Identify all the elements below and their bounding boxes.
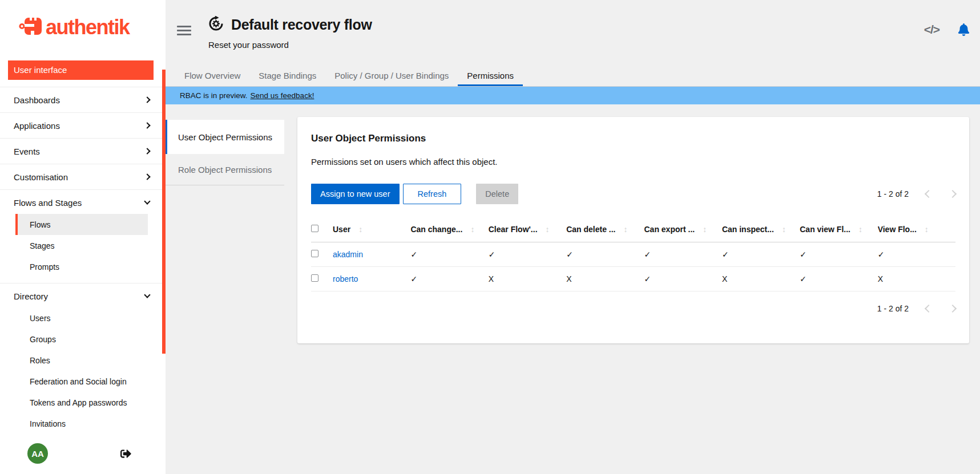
sidebar-item-flows-and-stages[interactable]: Flows and Stages — [0, 191, 166, 214]
sidebar-item-invitations[interactable]: Invitations — [15, 413, 148, 434]
sidebar-item-directory[interactable]: Directory — [0, 285, 166, 307]
column-header-clear-flow-cache[interactable]: Clear Flow'...↕ — [489, 221, 566, 242]
user-interface-button[interactable]: User interface — [8, 60, 154, 80]
user-object-permissions-card: User Object Permissions Permissions set … — [297, 117, 969, 343]
sort-icon[interactable]: ↕ — [858, 225, 862, 234]
column-label: Can view Fl... — [800, 225, 850, 234]
sidebar-item-federation-and-social-login[interactable]: Federation and Social login — [15, 371, 148, 392]
tab-stage-bindings[interactable]: Stage Bindings — [249, 67, 325, 86]
process-automation-icon — [208, 16, 224, 34]
avatar[interactable]: AA — [27, 443, 48, 464]
pagination-label: 1 - 2 of 2 — [877, 304, 909, 313]
tab-label: Flow Overview — [184, 71, 240, 80]
user-interface-label: User interface — [14, 65, 67, 75]
select-all-checkbox[interactable] — [311, 225, 318, 232]
tab-policy-group-user-bindings[interactable]: Policy / Group / User Bindings — [325, 67, 458, 86]
permission-value: ✓ — [878, 242, 955, 267]
notifications-bell-icon[interactable] — [958, 23, 970, 36]
chevron-right-icon — [144, 148, 150, 154]
masthead: Default recovery flow Reset your passwor… — [166, 0, 980, 67]
column-header-can-view[interactable]: Can view Fl...↕ — [800, 221, 877, 242]
assign-to-new-user-button[interactable]: Assign to new user — [311, 184, 400, 204]
sidebar-item-dashboards[interactable]: Dashboards — [0, 88, 166, 111]
api-code-icon[interactable]: </> — [924, 23, 939, 37]
sidebar-subitem-label: Invitations — [30, 419, 66, 428]
sidebar-item-applications[interactable]: Applications — [0, 114, 166, 137]
sort-icon[interactable]: ↕ — [782, 225, 786, 234]
sort-icon[interactable]: ↕ — [703, 225, 707, 234]
sort-icon[interactable]: ↕ — [925, 225, 929, 234]
sidebar-item-groups[interactable]: Groups — [15, 329, 148, 350]
tab-label: Stage Bindings — [259, 71, 316, 80]
permission-value: ✓ — [722, 242, 800, 267]
sidebar-item-stages[interactable]: Stages — [15, 235, 148, 256]
table-header-row: User↕ Can change...↕ Clear Flow'...↕ Can… — [311, 221, 955, 242]
column-label: Can inspect... — [722, 225, 774, 234]
sort-icon[interactable]: ↕ — [546, 225, 550, 234]
permission-value: X — [878, 267, 955, 291]
sidebar-item-tokens-and-app-passwords[interactable]: Tokens and App passwords — [15, 392, 148, 413]
permission-value: ✓ — [800, 267, 877, 291]
sidebar-item-flows[interactable]: Flows — [15, 214, 148, 235]
sidebar-item-prompts[interactable]: Prompts — [15, 256, 148, 277]
sidebar-item-label: Dashboards — [14, 95, 60, 105]
column-header-can-export[interactable]: Can export ...↕ — [644, 221, 722, 242]
user-link[interactable]: akadmin — [333, 250, 363, 259]
chevron-right-icon — [144, 96, 150, 103]
page-subtitle: Reset your password — [208, 40, 372, 50]
column-header-can-inspect[interactable]: Can inspect...↕ — [722, 221, 800, 242]
sort-icon[interactable]: ↕ — [358, 225, 362, 234]
permissions-table: User↕ Can change...↕ Clear Flow'...↕ Can… — [311, 221, 955, 291]
next-page-icon[interactable] — [949, 190, 957, 198]
sidebar-item-events[interactable]: Events — [0, 140, 166, 163]
column-header-can-delete[interactable]: Can delete ...↕ — [566, 221, 644, 242]
card-description: Permissions set on users which affect th… — [311, 157, 955, 167]
permission-value: ✓ — [410, 267, 488, 291]
permission-value: ✓ — [800, 242, 877, 267]
tab-label: Policy / Group / User Bindings — [334, 71, 449, 80]
column-header-view-flow[interactable]: View Flo...↕ — [878, 221, 955, 242]
column-header-user[interactable]: User↕ — [333, 221, 410, 242]
feedback-link[interactable]: Send us feedback! — [251, 91, 314, 100]
permission-value: X — [722, 267, 800, 291]
next-page-icon[interactable] — [949, 305, 957, 313]
pagination-top: 1 - 2 of 2 — [877, 189, 955, 198]
sort-icon[interactable]: ↕ — [623, 225, 627, 234]
page-title: Default recovery flow — [231, 17, 372, 33]
banner-text: RBAC is in preview. — [180, 91, 248, 100]
permission-value: ✓ — [410, 242, 488, 267]
delete-button[interactable]: Delete — [476, 184, 518, 204]
tab-user-object-permissions[interactable]: User Object Permissions — [166, 120, 284, 154]
rbac-preview-banner: RBAC is in preview. Send us feedback! — [166, 87, 980, 104]
column-label: Clear Flow'... — [489, 225, 538, 234]
sort-icon[interactable]: ↕ — [470, 225, 474, 234]
sidebar-item-customisation[interactable]: Customisation — [0, 165, 166, 188]
sidebar-item-roles[interactable]: Roles — [15, 350, 148, 371]
previous-page-icon[interactable] — [925, 190, 933, 198]
previous-page-icon[interactable] — [925, 305, 933, 313]
flow-tabs: Flow Overview Stage Bindings Policy / Gr… — [166, 67, 980, 87]
row-checkbox[interactable] — [311, 250, 318, 257]
chevron-down-icon — [144, 198, 150, 204]
permission-value: X — [566, 267, 644, 291]
avatar-initials: AA — [31, 449, 44, 459]
row-checkbox[interactable] — [311, 274, 318, 282]
refresh-button[interactable]: Refresh — [403, 184, 462, 204]
sidebar-item-users[interactable]: Users — [15, 307, 148, 329]
permission-value: ✓ — [489, 242, 566, 267]
sign-out-icon[interactable] — [120, 448, 131, 459]
sidebar-item-label: Events — [14, 147, 40, 156]
column-header-can-change[interactable]: Can change...↕ — [410, 221, 488, 242]
tab-role-object-permissions[interactable]: Role Object Permissions — [166, 154, 284, 185]
sidebar-nav: Dashboards Applications Events Customisa… — [0, 87, 166, 440]
side-tab-label: Role Object Permissions — [178, 165, 272, 175]
menu-toggle-icon[interactable] — [177, 26, 191, 35]
permission-value: X — [489, 267, 566, 291]
user-link[interactable]: roberto — [333, 274, 358, 283]
authentik-key-icon — [19, 16, 44, 39]
brand-name: authentik — [46, 15, 130, 39]
tab-flow-overview[interactable]: Flow Overview — [175, 67, 249, 86]
tab-permissions[interactable]: Permissions — [458, 67, 523, 86]
sidebar: authentik User interface Dashboards Appl… — [0, 0, 166, 474]
card-title: User Object Permissions — [311, 133, 955, 144]
